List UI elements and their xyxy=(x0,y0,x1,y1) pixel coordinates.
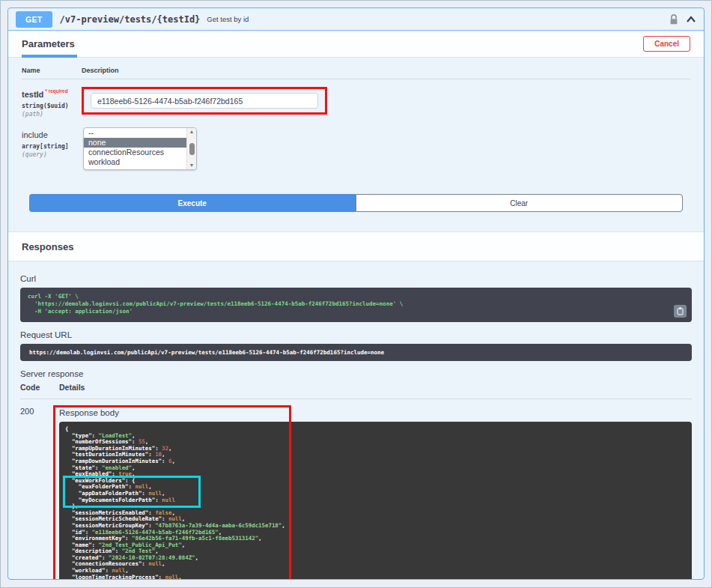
param-type: string($uuid) xyxy=(22,103,80,109)
operation-block-get: GET /v7-preview/tests/{testId} Get test … xyxy=(7,7,705,580)
curl-block: curl -X 'GET' \ 'https://demolab.loginvs… xyxy=(20,288,692,322)
param-location: (query) xyxy=(22,151,80,158)
response-body-json: { "type": "LoadTest", "numberOfSessions"… xyxy=(59,422,692,580)
include-option-none[interactable]: none xyxy=(84,138,196,148)
param-name-include: include xyxy=(22,130,48,139)
curl-label: Curl xyxy=(20,274,692,283)
response-body-label: Response body xyxy=(59,408,692,417)
operation-path: /v7-preview/tests/{testId} xyxy=(60,14,201,25)
annotation-box-red-testid xyxy=(82,87,327,115)
parameters-section-header: Parameters Cancel xyxy=(8,31,704,58)
http-method-badge: GET xyxy=(16,11,52,28)
copy-to-clipboard-icon[interactable] xyxy=(674,305,687,318)
curl-command: curl -X 'GET' \ 'https://demolab.loginvs… xyxy=(28,293,684,315)
server-response-label: Server response xyxy=(20,369,692,378)
column-header-description: Description xyxy=(82,67,690,74)
required-label: * required xyxy=(45,88,67,94)
include-option---[interactable]: -- xyxy=(84,128,196,138)
column-header-details: Details xyxy=(59,383,692,392)
column-header-code: Code xyxy=(20,383,59,392)
cancel-button[interactable]: Cancel xyxy=(643,36,690,52)
chevron-up-icon[interactable] xyxy=(686,16,696,23)
param-type: array[string] xyxy=(22,143,80,150)
column-header-name: Name xyxy=(22,67,80,74)
responses-section-header: Responses xyxy=(8,231,704,261)
clear-button[interactable]: Clear xyxy=(356,194,684,212)
execute-button[interactable]: Execute xyxy=(29,194,356,212)
response-body-section: Response body { "type": "LoadTest", "num… xyxy=(59,408,692,580)
status-code: 200 xyxy=(20,407,59,580)
include-select[interactable]: --noneconnectionResourcesworkload ▲ ▼ xyxy=(83,127,197,170)
listbox-scrollbar[interactable]: ▲ ▼ xyxy=(186,128,196,169)
scroll-up-icon[interactable]: ▲ xyxy=(189,129,195,135)
responses-body: Curl curl -X 'GET' \ 'https://demolab.lo… xyxy=(8,261,704,580)
param-row-testid: testId* required string($uuid) (path) xyxy=(22,87,690,118)
request-url-value: https://demolab.loginvsi.com/publicApi/v… xyxy=(20,344,692,361)
param-location: (path) xyxy=(22,111,80,118)
request-url-label: Request URL xyxy=(20,330,692,339)
response-row-200: 200 Response body { "type": "LoadTest", … xyxy=(20,399,692,580)
include-option-connectionResources[interactable]: connectionResources xyxy=(84,148,196,157)
responses-title: Responses xyxy=(22,241,73,252)
scrollbar-thumb[interactable] xyxy=(189,143,195,155)
include-option-workload[interactable]: workload xyxy=(84,157,196,167)
operation-summary: Get test by id xyxy=(207,15,249,23)
parameters-body: Name Description testId* required string… xyxy=(8,58,704,231)
operation-header[interactable]: GET /v7-preview/tests/{testId} Get test … xyxy=(8,8,704,31)
tab-parameters[interactable]: Parameters xyxy=(22,31,77,58)
testid-input[interactable] xyxy=(91,93,318,109)
scroll-down-icon[interactable]: ▼ xyxy=(189,163,195,169)
lock-icon[interactable] xyxy=(669,13,679,25)
param-row-include: include array[string] (query) --noneconn… xyxy=(22,127,690,170)
param-name-testid: testId xyxy=(22,90,43,99)
